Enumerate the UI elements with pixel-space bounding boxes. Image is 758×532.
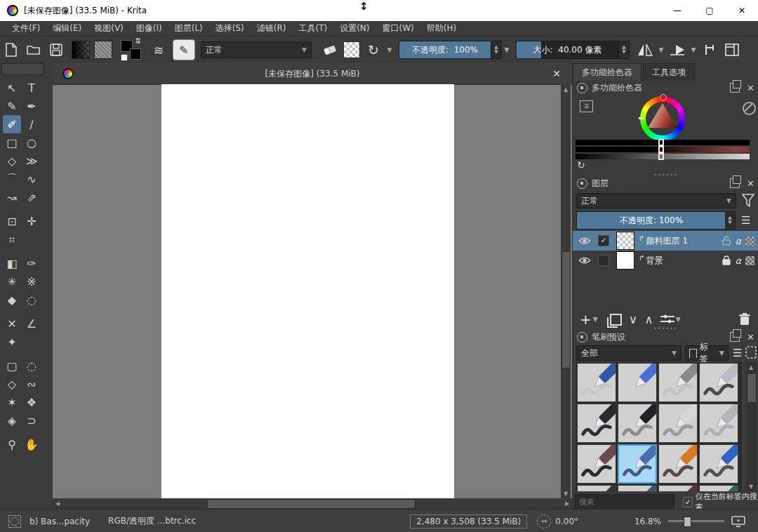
add-layer-button[interactable]: + — [580, 311, 592, 328]
layer-row-1[interactable]: ✓↱颜料图层 1α — [573, 231, 758, 251]
menu-item-9[interactable]: 设置(N) — [333, 21, 375, 36]
zoom-tool[interactable]: ⚲ — [3, 435, 21, 453]
freehand-path-tool[interactable]: ∿ — [22, 170, 41, 188]
zoom-value[interactable]: 16.8% — [634, 517, 661, 526]
preset-airbrush-soft[interactable] — [658, 363, 698, 402]
menu-item-10[interactable]: 窗口(W) — [376, 21, 420, 36]
menu-item-6[interactable]: 选择(S) — [209, 21, 251, 36]
layer-name[interactable]: 背景 — [646, 255, 663, 267]
zoom-slider[interactable] — [668, 520, 724, 522]
close-button[interactable]: ✕ — [726, 0, 758, 21]
reload-caret-icon[interactable]: ▼ — [385, 46, 394, 53]
brush-composite-icon[interactable]: ≋ — [149, 41, 168, 59]
color-profile[interactable]: RGB/透明度 ...btrc.icc — [108, 515, 196, 527]
menu-item-11[interactable]: 帮助(H) — [420, 21, 463, 36]
preset-paintbrush-dark[interactable] — [577, 444, 616, 484]
preset-scrollbar[interactable]: ▲ ▼ — [746, 362, 757, 491]
subwindow-close-icon[interactable]: ✕ — [547, 63, 566, 84]
layer-checkbox[interactable] — [598, 255, 609, 266]
opacity-slider[interactable]: 不透明度: 100% — [399, 41, 491, 59]
color-sampler-tool[interactable]: ✑ — [22, 254, 41, 272]
value-bar[interactable] — [576, 154, 750, 159]
elliptical-selection-tool[interactable]: ◌ — [22, 357, 41, 375]
preset-partial-4[interactable] — [699, 485, 738, 491]
preset-soft-eraser[interactable] — [618, 363, 657, 402]
layer-alpha-inherit-icon[interactable] — [745, 237, 754, 246]
measure-tool[interactable]: ∠ — [22, 314, 41, 333]
swap-colors-icon[interactable]: ⇅ — [134, 36, 140, 46]
preset-block-eraser[interactable] — [577, 363, 616, 402]
magnetic-selection-tool[interactable]: ⊃ — [22, 411, 41, 430]
scroll-left-icon[interactable]: ◀ — [53, 498, 62, 508]
move-layer-up-button[interactable]: ∧ — [644, 312, 653, 326]
menu-item-1[interactable]: 文件(F) — [6, 21, 46, 36]
blend-mode-select[interactable]: 正常 ▼ — [201, 41, 312, 58]
layer-lock-icon[interactable] — [722, 255, 731, 265]
background-color-swatch[interactable] — [130, 48, 141, 60]
preset-ink-pen[interactable] — [658, 404, 698, 443]
refresh-colors-icon[interactable]: ↻ — [577, 159, 585, 171]
preset-partial-1[interactable] — [577, 485, 616, 491]
multibrush-tool[interactable]: ⇗ — [22, 188, 41, 206]
docker-lock-icon[interactable] — [577, 178, 587, 189]
horizontal-scrollbar[interactable]: ◀ ▶ — [53, 498, 572, 509]
layer-thumbnail[interactable] — [616, 232, 634, 250]
move-tool[interactable]: ✛ — [22, 212, 41, 230]
preset-paintbrush-wet[interactable] — [618, 444, 657, 484]
minimize-button[interactable]: — — [661, 0, 693, 21]
wrap-caret-icon[interactable]: ▼ — [689, 46, 698, 53]
docker-lock-icon[interactable] — [577, 83, 587, 93]
preset-pencil-blue[interactable] — [699, 444, 738, 484]
reload-preset-icon[interactable]: ↻ — [364, 41, 383, 59]
preset-partial-3[interactable] — [658, 485, 698, 491]
layer-blend-mode-select[interactable]: 正常▼ — [576, 193, 736, 208]
pan-tool[interactable]: ✋ — [22, 435, 41, 453]
saturation-bar[interactable] — [576, 147, 750, 152]
scroll-down-icon[interactable]: ▼ — [746, 481, 756, 491]
gradient-tool[interactable]: ◧ — [3, 254, 21, 272]
layer-options-icon[interactable]: ☰ — [741, 214, 750, 227]
layer-alpha-icon[interactable]: α — [735, 255, 741, 266]
layer-properties-button[interactable] — [660, 314, 674, 324]
open-document-icon[interactable] — [25, 41, 43, 59]
bezier-curve-tool[interactable]: ⌒ — [3, 170, 21, 188]
add-layer-caret-icon[interactable]: ▼ — [593, 316, 603, 323]
workspace-chooser-icon[interactable] — [723, 41, 741, 59]
save-icon[interactable] — [47, 41, 65, 59]
layer-thumbnail[interactable] — [616, 251, 634, 270]
ellipse-tool[interactable]: ○ — [22, 133, 41, 152]
hue-bar[interactable] — [576, 140, 750, 145]
menu-item-5[interactable]: 图层(L) — [168, 21, 209, 36]
properties-caret-icon[interactable]: ▼ — [676, 316, 686, 323]
no-color-icon[interactable] — [743, 102, 756, 115]
move-layer-down-button[interactable]: ∨ — [629, 312, 637, 326]
tag-button[interactable]: 标签 ▼ — [685, 345, 729, 361]
polygon-tool[interactable]: ◇ — [3, 152, 21, 170]
preset-marker-chisel[interactable] — [618, 404, 657, 443]
snap-icon[interactable] — [700, 41, 719, 59]
rectangle-tool[interactable]: □ — [3, 133, 21, 152]
pattern-preview[interactable] — [94, 41, 112, 59]
opacity-caret-icon[interactable]: ▼ — [502, 46, 512, 53]
maximize-button[interactable]: ▢ — [693, 0, 726, 21]
tag-search-checkbox[interactable]: ✓ — [683, 497, 693, 507]
fill-tool[interactable]: ◆ — [3, 291, 21, 309]
canvas-page[interactable] — [161, 84, 454, 498]
docker-close-icon[interactable]: ✕ — [747, 83, 754, 93]
preset-partial-2[interactable] — [618, 485, 657, 491]
docker-float-icon[interactable] — [730, 83, 740, 93]
preset-list-options-icon[interactable]: ☰ — [733, 347, 742, 359]
scroll-up-icon[interactable]: ▲ — [746, 362, 756, 372]
docker-tab-1[interactable]: 多功能拾色器 — [573, 63, 641, 81]
mirror-horizontal-icon[interactable] — [636, 41, 654, 59]
docker-lock-icon[interactable] — [577, 332, 587, 343]
menu-item-3[interactable]: 视图(V) — [88, 21, 130, 36]
gradient-preview[interactable] — [72, 41, 90, 59]
select-shapes-tool[interactable]: ↖ — [3, 79, 21, 97]
layer-filter-icon[interactable] — [741, 193, 755, 208]
layer-name[interactable]: 颜料图层 1 — [646, 235, 687, 247]
reference-images-tool[interactable]: ✦ — [3, 333, 21, 351]
crop-tool[interactable]: ⌗ — [3, 230, 21, 248]
zoom-slider-handle[interactable] — [684, 517, 691, 527]
preset-marker-details[interactable] — [577, 404, 616, 443]
